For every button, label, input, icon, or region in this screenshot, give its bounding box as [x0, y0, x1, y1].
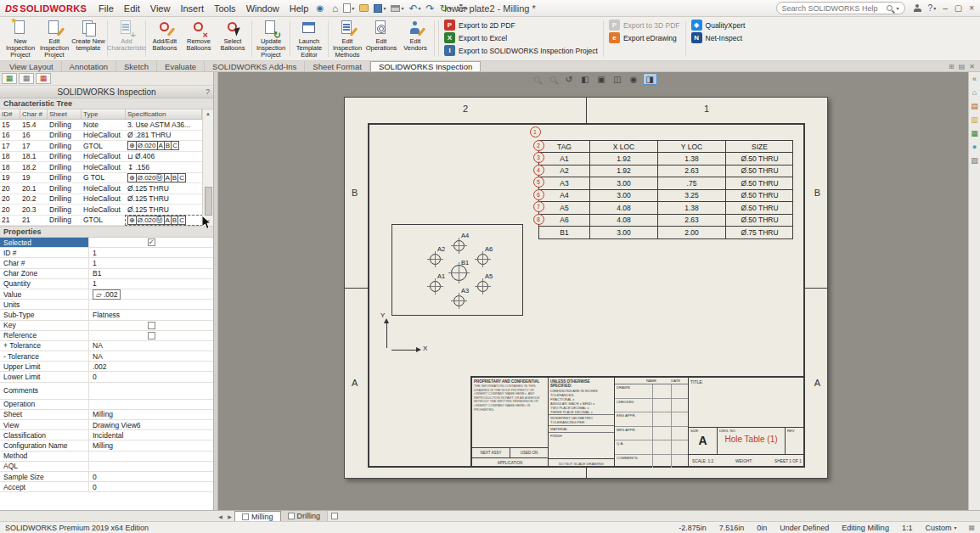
inspection-addin-tab[interactable]: ▦: [36, 73, 51, 84]
zoom-area-icon[interactable]: [546, 73, 560, 85]
property-row-sub-type[interactable]: Sub-TypeFlatness: [0, 310, 213, 320]
collapse-task-pane-icon[interactable]: «: [972, 75, 977, 83]
property-row-aql[interactable]: AQL: [0, 462, 213, 472]
hole-a6[interactable]: [477, 254, 488, 265]
hole-a1[interactable]: [430, 281, 441, 292]
close-button[interactable]: ×: [966, 3, 977, 13]
inspection-balloon-7[interactable]: 7: [533, 201, 544, 212]
hole-a3[interactable]: [453, 295, 465, 306]
options-icon[interactable]: ▾: [454, 1, 470, 16]
inspection-balloon-3[interactable]: 3: [533, 152, 544, 163]
property-row-configuration-name[interactable]: Configuration NameMilling: [0, 440, 213, 451]
edit-vendors-button[interactable]: Edit Vendors: [398, 18, 432, 59]
scroll-up-icon[interactable]: ▲: [206, 109, 211, 118]
tab-view-layout[interactable]: View Layout: [2, 61, 62, 71]
column-header-specification[interactable]: Specification: [126, 109, 202, 119]
hole-b1[interactable]: [451, 265, 467, 281]
solidworks-resources-icon[interactable]: ⌂: [972, 88, 977, 97]
sheet-tab-drilling[interactable]: Drilling: [281, 511, 329, 521]
inspection-balloon-1[interactable]: 1: [530, 126, 541, 137]
custom-properties-icon[interactable]: ▧: [971, 156, 978, 165]
characteristic-row[interactable]: 2020.2DrillingHoleCalloutØ.125 THRU: [0, 194, 202, 205]
file-explorer-icon[interactable]: ▥: [971, 115, 978, 124]
property-row-reference[interactable]: Reference: [0, 331, 213, 341]
help-search-box[interactable]: ▾: [776, 2, 905, 14]
new-inspection-project-button[interactable]: ★New Inspection Project: [3, 18, 37, 59]
property-row-id[interactable]: ID #1: [0, 248, 213, 258]
design-library-icon[interactable]: ▤: [971, 102, 978, 110]
view-palette-icon[interactable]: ▦: [971, 129, 978, 137]
column-header-type[interactable]: Type: [82, 109, 126, 119]
characteristic-row[interactable]: 1818.1DrillingHoleCallout⊔ Ø.406: [0, 152, 202, 163]
hole-table[interactable]: TAGX LOCY LOCSIZEA11.921.38Ø.50 THRUA21.…: [538, 140, 793, 239]
property-row-view[interactable]: ViewDrawing View6: [0, 420, 213, 430]
status-grid-icon[interactable]: ▦: [968, 524, 975, 531]
property-row-key[interactable]: Key: [0, 321, 213, 331]
properties-header[interactable]: Properties: [0, 227, 213, 238]
remove-balloons-button[interactable]: ×Remove Balloons: [182, 18, 216, 59]
tab-sheet-format[interactable]: Sheet Format: [305, 61, 370, 71]
edit-inspection-project-button[interactable]: Edit Inspection Project: [37, 18, 71, 59]
undo-icon[interactable]: ↶▾: [406, 1, 423, 16]
save-icon[interactable]: ▾: [371, 1, 388, 16]
hole-a4[interactable]: [453, 240, 465, 251]
characteristic-row[interactable]: 2020.1DrillingHoleCalloutØ.125 THRU: [0, 183, 202, 194]
scroll-down-icon[interactable]: ▼: [206, 217, 211, 226]
column-header-sheet[interactable]: Sheet: [48, 109, 82, 119]
menu-insert[interactable]: Insert: [175, 3, 209, 14]
property-row-char-zone[interactable]: Char ZoneB1: [0, 269, 213, 279]
menu-file[interactable]: File: [93, 3, 119, 14]
restore-button[interactable]: ▢: [952, 3, 965, 13]
inspection-balloon-8[interactable]: 8: [533, 214, 544, 225]
pane-layout-icon[interactable]: ▤: [959, 63, 966, 70]
characteristic-row[interactable]: 2121DrillingGTOL⊕Ø.020ⓂABC: [0, 216, 202, 227]
pane-options-icon[interactable]: ⊞: [949, 63, 955, 70]
menu-view[interactable]: View: [145, 3, 176, 14]
property-row-char[interactable]: Char #1: [0, 258, 213, 268]
property-row-units[interactable]: Units: [0, 300, 213, 310]
characteristic-row[interactable]: 1515.4DrillingNote3. Use ASTM A36...: [0, 120, 202, 131]
net-inspect-button[interactable]: NNet-Inspect: [691, 32, 746, 43]
export-to-solidworks-inspection-project-button[interactable]: IExport to SOLIDWORKS Inspection Project: [444, 45, 598, 56]
property-row-classification[interactable]: ClassificationIncidental: [0, 430, 213, 440]
export-edrawing-button[interactable]: eExport eDrawing: [609, 32, 680, 43]
characteristic-row[interactable]: 1616DrillingHoleCalloutØ .281 THRU: [0, 131, 202, 142]
search-icon[interactable]: [887, 5, 893, 11]
view-orientation-icon[interactable]: ▣: [594, 73, 609, 85]
tab-solidworks-inspection[interactable]: SOLIDWORKS Inspection: [370, 61, 481, 71]
property-row-lower-limit[interactable]: Lower Limit0: [0, 372, 213, 382]
panel-help-icon[interactable]: ?: [206, 87, 210, 96]
search-input[interactable]: [782, 4, 883, 13]
checkbox[interactable]: ✓: [148, 238, 155, 246]
property-row-selected[interactable]: Selected✓: [0, 238, 213, 248]
export-to-excel-button[interactable]: XExport to Excel: [444, 32, 598, 43]
display-style-icon[interactable]: ◫: [611, 73, 625, 85]
edit-operations-button[interactable]: Edit Operations: [364, 18, 398, 59]
column-header-char[interactable]: Char #: [20, 109, 48, 119]
hole-a5[interactable]: [477, 281, 488, 292]
open-document-icon[interactable]: [357, 1, 371, 16]
inspection-balloon-6[interactable]: 6: [533, 189, 544, 200]
section-view-icon[interactable]: ◧: [578, 73, 593, 85]
property-row-operation[interactable]: Operation: [0, 400, 213, 410]
create-new-template-button[interactable]: Create New template: [71, 18, 105, 59]
redo-icon[interactable]: ↷: [423, 1, 436, 16]
property-row-tolerance[interactable]: + ToleranceNA: [0, 341, 213, 351]
inspection-balloon-5[interactable]: 5: [533, 177, 544, 188]
characteristic-tree-tab[interactable]: ▦: [2, 73, 17, 84]
menu-window[interactable]: Window: [241, 3, 284, 14]
characteristic-row[interactable]: 1717DrillingGTOL⊕Ø.020ABC: [0, 141, 202, 152]
menu-edit[interactable]: Edit: [119, 3, 145, 14]
launch-template-editor-button[interactable]: Launch Template Editor: [292, 18, 326, 59]
drawing-view[interactable]: A1A2A3A4A5A6B1: [391, 224, 523, 316]
home-icon[interactable]: ⌂: [329, 1, 341, 16]
close-pane-icon[interactable]: ✕: [969, 63, 975, 70]
zoom-fit-icon[interactable]: [530, 73, 544, 85]
tree-scrollbar[interactable]: ▲ ▼: [202, 109, 213, 226]
characteristic-row[interactable]: 1818.2DrillingHoleCallout↧ .156: [0, 162, 202, 173]
graphics-area[interactable]: ↺◧▣◫◉◨ TAGX LOCY LOCSIZEA11.921.38Ø.50 T…: [218, 72, 968, 510]
property-row-tolerance[interactable]: - ToleranceNA: [0, 351, 213, 362]
inspection-balloon-2[interactable]: 2: [533, 140, 544, 151]
tab-solidworks-add-ins[interactable]: SOLIDWORKS Add-Ins: [205, 61, 305, 71]
hide-show-items-icon[interactable]: ◉: [627, 73, 641, 85]
